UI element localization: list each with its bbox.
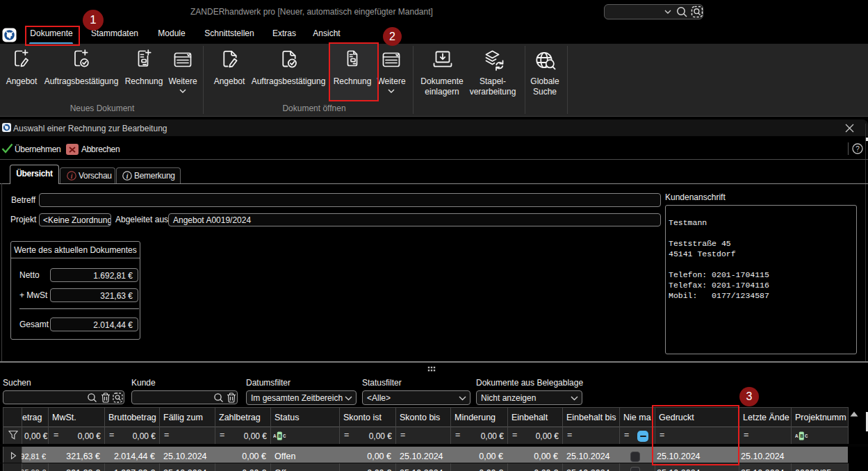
svg-text:B: B: [278, 433, 281, 439]
svg-text:C: C: [283, 433, 286, 439]
svg-text:A: A: [273, 433, 277, 439]
svg-text:A: A: [795, 433, 799, 439]
svg-text:i: i: [126, 173, 129, 180]
svg-text:?: ?: [855, 145, 860, 153]
svg-text:i: i: [71, 173, 73, 180]
svg-text:C: C: [805, 433, 808, 439]
svg-text:B: B: [800, 433, 803, 439]
